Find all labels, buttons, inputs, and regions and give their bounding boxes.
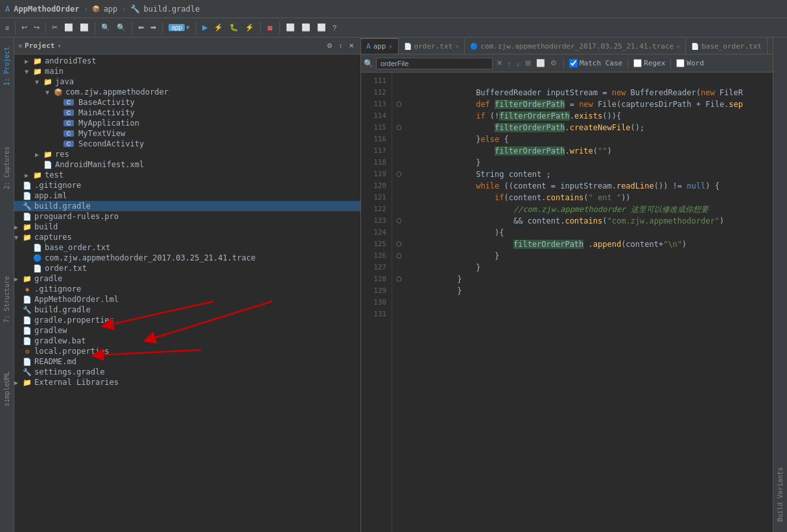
code-line-130 — [410, 297, 768, 308]
search-prev-btn[interactable]: ↑ — [506, 58, 513, 69]
cut-button[interactable]: ✂ — [49, 22, 60, 33]
run-dropdown[interactable]: app ▾ — [166, 22, 193, 33]
fold-icon-115[interactable]: ⬡ — [396, 122, 402, 133]
search-input[interactable] — [376, 58, 493, 69]
project-dropdown[interactable]: ▾ — [57, 42, 61, 49]
tree-item-gradlew-bat[interactable]: 📄 gradlew.bat — [14, 336, 360, 346]
menu-button[interactable]: ≡ — [3, 23, 12, 33]
code-content[interactable]: BufferedReader inputStream = new Buffere… — [405, 73, 773, 532]
help-button[interactable]: ? — [330, 23, 339, 33]
find-button[interactable]: 🔍 — [99, 22, 113, 33]
tree-item-manifest[interactable]: 📄 AndroidManifest.xml — [14, 159, 360, 170]
tab-order[interactable]: 📄 order.txt ✕ — [399, 38, 465, 54]
search-next-btn[interactable]: ↓ — [515, 58, 522, 69]
properties-icon: 📄 — [22, 316, 32, 325]
tree-label: build.gradle — [34, 202, 91, 211]
search-filter-btn[interactable]: ⬜ — [535, 58, 546, 69]
project-settings-btn[interactable]: ⚙ — [324, 41, 335, 51]
tree-item-gradle-properties[interactable]: 📄 gradle.properties — [14, 315, 360, 325]
fold-icon-128[interactable]: ⬡ — [396, 273, 402, 285]
tree-item-package[interactable]: ▼ 📦 com.zjw.appmethodorder — [14, 87, 360, 97]
tree-item-settings-gradle[interactable]: 🔧 settings.gradle — [14, 367, 360, 377]
replace-button[interactable]: 🔍 — [114, 22, 128, 33]
simpleuml-panel-button[interactable]: simpleUML — [1, 367, 12, 410]
tree-item-gitignore-root[interactable]: ◆ .gitignore — [14, 284, 360, 294]
match-case-checkbox[interactable] — [569, 59, 578, 67]
tree-item-captures[interactable]: ▼ 📁 captures — [14, 232, 360, 242]
copy-button[interactable]: ⬜ — [62, 22, 76, 33]
sdk-button[interactable]: ⬜ — [283, 22, 298, 33]
fold-icon-113[interactable]: ⬡ — [396, 98, 402, 110]
structure-panel-button[interactable]: 7: Structure — [1, 272, 12, 327]
tree-item-baseactivity[interactable]: C BaseActivity — [14, 97, 360, 108]
settings-button[interactable]: ⬜ — [314, 22, 329, 33]
match-case-label[interactable]: Match Case — [569, 59, 622, 67]
paste-button[interactable]: ⬜ — [77, 22, 91, 33]
nav-prev-button[interactable]: ⬅ — [135, 22, 147, 33]
tree-item-gradle-folder[interactable]: ▶ 📁 gradle — [14, 273, 360, 284]
fold-icon-123[interactable]: ⬡ — [396, 215, 402, 227]
tree-item-proguard[interactable]: 📄 proguard-rules.pro — [14, 211, 360, 222]
stop-button[interactable]: ⏹ — [264, 23, 276, 33]
tree-item-base-order[interactable]: 📄 base_order.txt — [14, 242, 360, 253]
tree-item-build-gradle[interactable]: 🔧 build.gradle — [14, 201, 360, 211]
tree-item-readme[interactable]: 📄 README.md — [14, 356, 360, 367]
gutter-117 — [392, 145, 405, 157]
build-variants-button[interactable]: Build Variants — [775, 463, 786, 526]
run-coverage-button[interactable]: ⚡ — [242, 22, 257, 33]
tab-trace[interactable]: 🔵 com.zjw.appmethodorder_2017.03.25_21.4… — [465, 38, 686, 54]
tree-label: gradlew — [34, 326, 67, 335]
regex-label[interactable]: Regex — [633, 59, 665, 67]
tab-trace-close[interactable]: ✕ — [676, 43, 680, 50]
nav-next-button[interactable]: ➡ — [148, 22, 159, 33]
tab-app[interactable]: A app ✕ — [361, 38, 399, 54]
word-checkbox[interactable] — [676, 59, 685, 67]
tree-item-test[interactable]: ▶ 📁 test — [14, 170, 360, 180]
tree-item-iml-root[interactable]: 📄 AppMethodOrder.lml — [14, 294, 360, 305]
tab-base-order[interactable]: 📄 base_order.txt — [686, 38, 768, 54]
tree-item-androidtest[interactable]: ▶ 📁 androidTest — [14, 56, 360, 66]
avd-button[interactable]: ⬜ — [299, 22, 313, 33]
run-button[interactable]: ▶ — [200, 22, 210, 33]
code-line-129 — [410, 285, 768, 297]
debug-button[interactable]: 🐛 — [227, 22, 241, 33]
tree-item-main[interactable]: ▼ 📁 main — [14, 66, 360, 76]
tree-item-build-gradle-root[interactable]: 🔧 build.gradle — [14, 305, 360, 315]
back-button[interactable]: ↩ — [19, 22, 30, 33]
fold-icon-125[interactable]: ⬡ — [396, 238, 402, 250]
tree-item-local-properties[interactable]: ⚙ local.properties — [14, 346, 360, 356]
tree-item-java[interactable]: ▼ 📁 java — [14, 76, 360, 87]
fold-icon-126[interactable]: ⬡ — [396, 250, 402, 262]
tree-item-order[interactable]: 📄 order.txt — [14, 263, 360, 273]
tree-item-mytextview[interactable]: C MyTextView — [14, 128, 360, 139]
tab-app-close[interactable]: ✕ — [389, 43, 393, 50]
folder-icon: 📁 — [43, 78, 53, 86]
tree-item-gradlew[interactable]: 📄 gradlew — [14, 325, 360, 336]
tree-item-res[interactable]: ▶ 📁 res — [14, 149, 360, 159]
flash-button[interactable]: ⚡ — [211, 22, 226, 33]
gutter-127 — [392, 262, 405, 273]
tree-item-build[interactable]: ▶ 📁 build — [14, 222, 360, 232]
project-collapse-btn[interactable]: ↕ — [336, 41, 345, 51]
tree-label: app.iml — [34, 191, 67, 200]
captures-panel-button[interactable]: 2: Captures — [1, 143, 12, 193]
tree-item-secondactivity[interactable]: C SecondActivity — [14, 139, 360, 149]
tree-item-gitignore-app[interactable]: 📄 .gitignore — [14, 180, 360, 191]
fold-icon-119[interactable]: ⬡ — [396, 168, 402, 180]
search-findall-btn[interactable]: ⊞ — [524, 58, 532, 69]
regex-checkbox[interactable] — [633, 59, 642, 67]
search-clear-btn[interactable]: ✕ — [495, 58, 504, 69]
word-label[interactable]: Word — [676, 59, 704, 67]
tab-order-close[interactable]: ✕ — [455, 43, 459, 50]
tree-item-external-libs[interactable]: ▶ 📁 External Libraries — [14, 377, 360, 387]
search-options-btn[interactable]: ⚙ — [549, 58, 558, 69]
project-panel-button[interactable]: 1: Project — [1, 43, 12, 89]
line-num-128: 128 — [361, 273, 392, 285]
forward-button[interactable]: ↪ — [31, 22, 42, 33]
tree-item-myapplication[interactable]: C MyApplication — [14, 118, 360, 128]
tree-item-trace[interactable]: 🔵 com.zjw.appmethodorder_2017.03.25_21.4… — [14, 253, 360, 263]
tree-label: .gitignore — [34, 284, 81, 294]
tree-item-app-iml[interactable]: 📄 app.iml — [14, 191, 360, 201]
project-close-btn[interactable]: ✕ — [346, 41, 357, 51]
tree-item-mainactivity[interactable]: C MainActivity — [14, 108, 360, 118]
